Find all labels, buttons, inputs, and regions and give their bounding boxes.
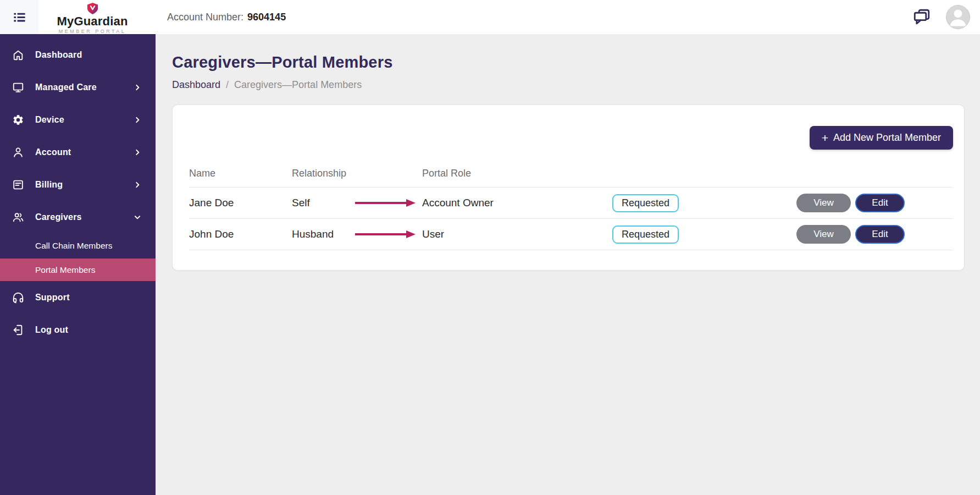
sidebar-item-billing[interactable]: Billing — [0, 168, 156, 201]
table-row: John Doe Husband User Requested View — [189, 219, 953, 250]
top-header: MyGuardian MEMBER PORTAL Account Number:… — [0, 0, 980, 34]
sidebar-subitem-portal-members[interactable]: Portal Members — [0, 258, 156, 281]
arrow-right-icon — [355, 230, 416, 239]
sidebar-item-device[interactable]: Device — [0, 103, 156, 136]
user-icon — [12, 146, 24, 158]
chevron-right-icon — [134, 181, 141, 189]
breadcrumb: Dashboard / Caregivers—Portal Members — [172, 79, 965, 91]
menu-toggle-button[interactable] — [0, 0, 38, 34]
chevron-right-icon — [134, 116, 141, 124]
account-number: Account Number: 9604145 — [167, 12, 286, 23]
edit-button[interactable]: Edit — [855, 225, 905, 244]
gear-icon — [12, 114, 24, 126]
view-button[interactable]: View — [796, 225, 851, 244]
list-menu-icon — [12, 10, 27, 25]
caregivers-icon — [12, 211, 24, 223]
sidebar-item-label: Support — [35, 293, 70, 302]
cell-status: Requested — [612, 226, 796, 244]
sidebar-item-logout[interactable]: Log out — [0, 314, 156, 346]
account-number-label: Account Number: — [167, 12, 243, 23]
sidebar-item-support[interactable]: Support — [0, 281, 156, 314]
relationship-value: Husband — [292, 228, 334, 240]
status-badge: Requested — [612, 226, 679, 244]
sidebar-subitem-label: Portal Members — [35, 265, 95, 275]
sidebar-subitem-label: Call Chain Members — [35, 241, 112, 251]
status-badge: Requested — [612, 194, 679, 212]
page-title: Caregivers—Portal Members — [172, 53, 965, 72]
cell-name: John Doe — [189, 228, 292, 240]
app-window: MyGuardian MEMBER PORTAL Account Number:… — [0, 0, 980, 495]
chevron-right-icon — [134, 148, 141, 156]
cell-actions: View Edit — [796, 225, 953, 244]
headset-icon — [12, 292, 24, 304]
home-icon — [12, 49, 24, 61]
sidebar-item-caregivers[interactable]: Caregivers — [0, 201, 156, 233]
brand-tagline: MEMBER PORTAL — [59, 29, 126, 34]
brand-name: MyGuardian — [57, 15, 128, 28]
sidebar-item-label: Managed Care — [35, 82, 97, 92]
cell-name: Jane Doe — [189, 197, 292, 209]
add-button-label: Add New Portal Member — [833, 132, 941, 144]
chat-icon — [912, 8, 932, 26]
portal-members-card: + Add New Portal Member Name Relationshi… — [172, 105, 965, 271]
column-header-name: Name — [189, 168, 292, 179]
sidebar-item-managed-care[interactable]: Managed Care — [0, 71, 156, 103]
relationship-value: Self — [292, 197, 310, 209]
add-new-portal-member-button[interactable]: + Add New Portal Member — [810, 126, 953, 150]
cell-actions: View Edit — [796, 194, 953, 212]
chevron-right-icon — [134, 84, 141, 91]
sidebar-subitem-call-chain-members[interactable]: Call Chain Members — [0, 233, 156, 258]
sidebar-item-label: Dashboard — [35, 50, 82, 60]
sidebar-item-label: Device — [35, 115, 64, 125]
monitor-icon — [12, 81, 24, 94]
cell-status: Requested — [612, 194, 796, 212]
logout-icon — [12, 324, 24, 336]
column-header-portal-role: Portal Role — [422, 168, 612, 179]
sidebar-item-account[interactable]: Account — [0, 136, 156, 168]
view-button[interactable]: View — [796, 194, 851, 212]
billing-icon — [12, 179, 24, 191]
breadcrumb-dashboard-link[interactable]: Dashboard — [172, 79, 220, 91]
sidebar-item-label: Account — [35, 147, 71, 157]
user-avatar-icon — [946, 5, 970, 29]
sidebar-nav: Dashboard Managed Care Device — [0, 34, 156, 495]
table-row: Jane Doe Self Account Owner Requested Vi… — [189, 188, 953, 219]
chat-button[interactable] — [912, 8, 932, 26]
avatar[interactable] — [946, 5, 970, 29]
shield-logo-icon — [87, 2, 98, 15]
cell-portal-role: User — [422, 228, 612, 240]
sidebar-item-label: Caregivers — [35, 212, 82, 222]
main-content: Caregivers—Portal Members Dashboard / Ca… — [156, 34, 980, 495]
table-header-row: Name Relationship Portal Role — [189, 160, 953, 188]
chevron-down-icon — [134, 213, 141, 221]
column-header-relationship: Relationship — [292, 168, 422, 179]
breadcrumb-current: Caregivers—Portal Members — [234, 79, 362, 91]
sidebar-item-label: Billing — [35, 180, 63, 190]
cell-relationship: Self — [292, 197, 422, 209]
arrow-right-icon — [355, 199, 416, 207]
sidebar-item-dashboard[interactable]: Dashboard — [0, 38, 156, 71]
plus-icon: + — [822, 132, 828, 144]
sidebar-item-label: Log out — [35, 325, 68, 335]
cell-relationship: Husband — [292, 228, 422, 240]
breadcrumb-separator: / — [226, 79, 229, 91]
header-actions — [912, 5, 980, 29]
edit-button[interactable]: Edit — [855, 194, 905, 212]
cell-portal-role: Account Owner — [422, 197, 612, 209]
brand-logo[interactable]: MyGuardian MEMBER PORTAL — [38, 0, 146, 34]
account-number-value: 9604145 — [247, 12, 286, 23]
